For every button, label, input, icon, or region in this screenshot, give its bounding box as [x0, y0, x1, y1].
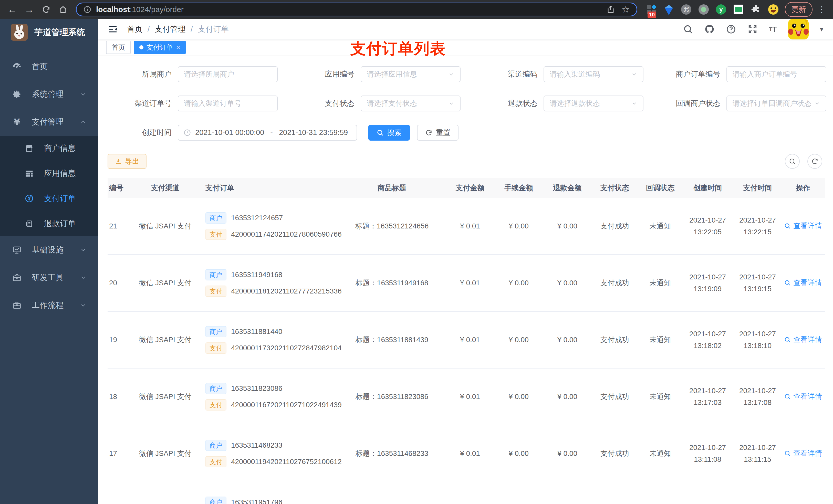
- cell-pay-order: 商户1635312124657 支付4200001174202110278060…: [195, 209, 338, 243]
- sidebar-item-应用信息[interactable]: 应用信息: [0, 161, 98, 186]
- chat-extension-icon[interactable]: [733, 4, 744, 15]
- browser-forward-button[interactable]: →: [23, 3, 36, 16]
- cell-title: 标题：1635311881439: [338, 335, 446, 345]
- share-icon[interactable]: [606, 5, 615, 14]
- github-icon[interactable]: [705, 24, 715, 34]
- cell-create-time: 2021-10-2713:19:09: [683, 271, 733, 295]
- recorder-extension-icon[interactable]: [698, 4, 709, 15]
- tab-pay-order[interactable]: 支付订单 ×: [134, 41, 186, 54]
- view-detail-link[interactable]: 查看详情: [784, 278, 822, 288]
- sidebar-item-支付管理[interactable]: ¥ 支付管理: [0, 108, 98, 136]
- fold-icon: [108, 24, 118, 34]
- sidebar-item-研发工具[interactable]: 研发工具: [0, 264, 98, 291]
- breadcrumb-pay-manage[interactable]: 支付管理: [155, 24, 186, 34]
- reset-button[interactable]: 重置: [417, 125, 458, 141]
- sidebar-item-基础设施[interactable]: 基础设施: [0, 236, 98, 264]
- column-header-操作: 操作: [783, 183, 824, 193]
- cell-pay-time: 2021-10-2713:17:08: [733, 385, 783, 408]
- filter-group: 渠道编码 请输入渠道编码: [473, 66, 643, 82]
- profile-avatar-icon[interactable]: [768, 4, 779, 15]
- sidebar-item-商户信息[interactable]: 商户信息: [0, 136, 98, 161]
- chevron-down-icon: [631, 100, 637, 106]
- table-row: 18 微信 JSAPI 支付 商户1635311823086 支付4200001…: [108, 368, 825, 425]
- tab-close-icon[interactable]: ×: [176, 44, 180, 51]
- browser-home-button[interactable]: [56, 3, 70, 16]
- cell-notify-status: 未通知: [638, 335, 683, 345]
- pay-tag: 支付: [206, 229, 227, 240]
- filter-input-所属商户[interactable]: 请选择所属商户: [178, 66, 278, 82]
- help-icon[interactable]: [726, 24, 736, 34]
- chevron-down-icon: [814, 100, 820, 106]
- sidebar-fold-button[interactable]: [108, 24, 118, 34]
- browser-back-button[interactable]: ←: [6, 3, 19, 16]
- site-info-icon[interactable]: [83, 5, 91, 14]
- address-bar[interactable]: localhost:1024/pay/order ☆: [76, 3, 637, 16]
- cell-create-time: 2021-10-2713:11:08: [683, 442, 733, 465]
- filter-row: 渠道订单号 请输入渠道订单号 支付状态 请选择支付状态 退款状态 请选择退款状态…: [108, 96, 833, 112]
- filter-select-回调商户状态[interactable]: 请选择订单回调商户状态: [727, 96, 826, 112]
- chevron-down-icon: [80, 247, 87, 253]
- cell-refund: ¥ 0.00: [543, 392, 592, 401]
- view-detail-link[interactable]: 查看详情: [784, 391, 822, 401]
- app-logo: [11, 24, 28, 41]
- cell-pay-order: 商户1635311881440 支付4200001173202110272847…: [195, 323, 338, 357]
- view-detail-link[interactable]: 查看详情: [784, 449, 822, 458]
- column-header-支付时间: 支付时间: [733, 183, 783, 193]
- fullscreen-icon[interactable]: [747, 24, 758, 34]
- chevron-down-icon: [631, 71, 637, 77]
- breadcrumb-home[interactable]: 首页: [127, 24, 142, 34]
- extension-grid-icon[interactable]: 10: [646, 4, 657, 15]
- create-time-range-picker[interactable]: 2021-10-01 00:00:00 - 2021-10-31 23:59:5…: [178, 125, 357, 141]
- clock-icon: [184, 129, 191, 137]
- view-detail-link[interactable]: 查看详情: [784, 335, 822, 344]
- filter-label: 所属商户: [108, 69, 172, 79]
- cell-fee: ¥ 0.00: [494, 392, 543, 401]
- filter-input-渠道订单号[interactable]: 请输入渠道订单号: [178, 96, 278, 112]
- browser-chrome: ← → localhost:1024/pay/order ☆ 10 ⌘ y 更新…: [0, 0, 833, 19]
- sketch-extension-icon[interactable]: [663, 4, 674, 15]
- filter-group: 商户订单编号 请输入商户订单编号: [656, 66, 826, 82]
- filter-input-商户订单编号[interactable]: 请输入商户订单编号: [727, 66, 826, 82]
- breadcrumb: 首页 / 支付管理 / 支付订单: [127, 24, 229, 34]
- filter-select-退款状态[interactable]: 请选择退款状态: [544, 96, 643, 112]
- filter-group: 渠道订单号 请输入渠道订单号: [108, 96, 278, 112]
- font-size-icon[interactable]: TT: [769, 25, 777, 33]
- browser-reload-button[interactable]: [40, 3, 53, 16]
- cell-action: 查看详情: [783, 391, 824, 402]
- header-search-icon[interactable]: [683, 24, 693, 34]
- sidebar-item-首页[interactable]: 首页: [0, 53, 98, 80]
- filter-row: 所属商户 请选择所属商户 应用编号 请选择应用信息 渠道编码 请输入渠道编码 商…: [108, 66, 833, 82]
- sidebar-item-退款订单[interactable]: 退款订单: [0, 211, 98, 236]
- bookmark-star-icon[interactable]: ☆: [622, 4, 630, 15]
- puzzle-extension-icon[interactable]: [751, 4, 761, 15]
- column-header-支付订单: 支付订单: [195, 183, 338, 193]
- chevron-up-icon: [80, 119, 87, 125]
- home-icon: [59, 5, 67, 14]
- column-header-商品标题: 商品标题: [338, 183, 446, 193]
- command-extension-icon[interactable]: ⌘: [681, 4, 692, 15]
- app-logo-row[interactable]: 芋道管理系统: [0, 19, 98, 46]
- orders-table: 编号支付渠道支付订单商品标题支付金额手续金额退款金额支付状态回调状态创建时间支付…: [108, 178, 825, 504]
- export-button[interactable]: 导出: [108, 154, 146, 169]
- view-detail-link[interactable]: 查看详情: [784, 221, 822, 231]
- refresh-table-button[interactable]: [807, 154, 822, 169]
- search-button[interactable]: 搜索: [368, 125, 410, 141]
- filter-select-支付状态[interactable]: 请选择支付状态: [361, 96, 460, 112]
- sidebar-item-支付订单[interactable]: 支付订单: [0, 186, 98, 211]
- tab-home[interactable]: 首页: [106, 41, 130, 54]
- filter-select-应用编号[interactable]: 请选择应用信息: [361, 66, 460, 82]
- cell-pay-status: 支付成功: [592, 449, 638, 458]
- y-extension-icon[interactable]: y: [716, 4, 727, 15]
- browser-menu-button[interactable]: ⋮: [816, 5, 827, 14]
- sidebar-item-工作流程[interactable]: 工作流程: [0, 291, 98, 319]
- browser-update-button[interactable]: 更新: [785, 2, 812, 17]
- table-row: 商户1635311951796: [108, 482, 825, 504]
- cell-fee: ¥ 0.00: [494, 336, 543, 344]
- user-avatar[interactable]: [788, 19, 809, 40]
- cell-title: 标题：1635311949168: [338, 278, 446, 288]
- filter-label: 回调商户状态: [656, 98, 720, 109]
- sidebar-item-系统管理[interactable]: 系统管理: [0, 80, 98, 108]
- filter-select-渠道编码[interactable]: 请输入渠道编码: [544, 66, 643, 82]
- show-search-toggle-button[interactable]: [785, 154, 800, 169]
- avatar-caret-icon[interactable]: ▾: [820, 25, 823, 33]
